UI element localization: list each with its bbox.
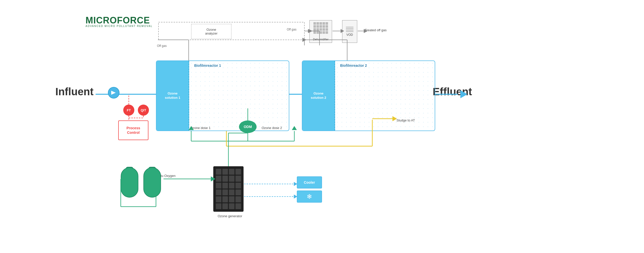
ozone-panel-2: Ozonesolution 2	[302, 61, 335, 131]
microbe-icon: ❄	[343, 74, 347, 80]
microbe-icon: ❄	[194, 94, 199, 100]
vod-box: VOD	[342, 20, 357, 43]
microbe-icon: ❄	[202, 111, 206, 118]
microbe-icon: ❄	[383, 115, 387, 122]
microbe-icon: ❄	[257, 110, 262, 117]
microbe-icon: ❄	[370, 100, 375, 107]
odm-label: ODM	[244, 125, 252, 129]
logo: MICROFORCE ADVANCED MICRO POLLUTANT REMO…	[86, 15, 153, 27]
vod-lines	[346, 27, 353, 32]
cooler-box-2: ❄	[297, 191, 322, 203]
microbe-icon: ❄	[363, 69, 367, 75]
qit-label: QIT	[141, 108, 146, 112]
ozone-generator-box	[213, 166, 244, 212]
microbe-icon: ❄	[214, 69, 219, 75]
offgas-label-left: Off gas	[157, 44, 167, 48]
generator-grid	[214, 167, 243, 211]
ozone-solution-1-label: Ozonesolution 1	[165, 91, 180, 100]
ozone-panel-1: Ozonesolution 1	[156, 61, 189, 131]
microbe-icon: ❄	[341, 94, 346, 100]
microbe-icon: ❄	[270, 81, 274, 88]
svg-marker-21	[302, 38, 306, 42]
dehumidifier-box: Dehumidifier	[309, 20, 332, 43]
reactor-box-1: Ozonesolution 1 Biofilmreactor 1 ❄ ❄ ❄ ❄…	[156, 60, 289, 131]
reactor-box-2: Ozonesolution 2 Biofilmreactor 2 ❄ ❄ ❄ ❄…	[302, 60, 435, 131]
microbe-icon: ❄	[394, 91, 399, 98]
cooler-box-1: Cooler	[297, 176, 322, 188]
biofilm-reactor-2-label: Biofilmreactor 2	[340, 64, 367, 68]
biofilm-reactor-1-label: Biofilmreactor 1	[194, 64, 221, 68]
ft-label: FT	[127, 108, 131, 112]
ozone-solution-2-label: Ozonesolution 2	[311, 91, 326, 100]
microbe-icon: ❄	[406, 111, 410, 118]
ozone-analyzer-box: Ozoneanalyzer	[191, 24, 231, 39]
cooler-label: Cooler	[304, 180, 315, 184]
dotted-bg-1	[189, 61, 289, 131]
process-control-label: ProcessControl	[127, 126, 140, 135]
ozone-generator-label: Ozone generator	[215, 214, 245, 218]
microbe-icon: ❄	[197, 74, 201, 80]
microbe-icon: ❄	[380, 79, 385, 85]
treated-offgas-label: Treated off gas	[365, 28, 387, 32]
influent-label: Influent	[55, 86, 94, 98]
microbe-icon: ❄	[247, 91, 252, 98]
ft-sensor: FT	[123, 105, 134, 116]
logo-text: MICROFORCE	[86, 15, 150, 25]
ozone-dose-1-label: Ozone dose 1	[190, 126, 211, 130]
ozone-analyzer-label: Ozoneanalyzer	[205, 28, 217, 35]
microbe-icon: ❄	[414, 103, 419, 109]
oxygen-tank-1	[121, 164, 138, 198]
diagram-container: MICROFORCE ADVANCED MICRO POLLUTANT REMO…	[0, 0, 644, 253]
microbe-icon: ❄	[234, 114, 239, 120]
process-control-box: ProcessControl	[118, 120, 148, 140]
microbe-icon: ❄	[222, 99, 226, 105]
svg-marker-32	[292, 126, 297, 130]
offgas-label-right: Off gas	[287, 28, 296, 31]
microbe-icon: ❄	[267, 101, 272, 108]
odm-box: ODM	[239, 120, 257, 133]
snowflake-icon: ❄	[307, 193, 312, 201]
ozone-dose-2-label: Ozone dose 2	[262, 126, 282, 130]
logo-tagline: ADVANCED MICRO POLLUTANT REMOVAL	[86, 25, 153, 27]
microbe-icon: ❄	[349, 113, 353, 119]
dehumidifier-label: Dehumidifier	[313, 38, 329, 41]
qit-sensor: QIT	[138, 105, 149, 116]
effluent-label: Effluent	[433, 86, 472, 98]
oxygen-tank-2	[143, 164, 161, 198]
vod-label: VOD	[346, 33, 353, 37]
microbe-icon: ❄	[252, 71, 257, 78]
microbe-icon: ❄	[232, 79, 236, 85]
svg-marker-4	[111, 91, 116, 95]
sludge-to-at-label: Sludge to AT	[396, 118, 415, 122]
microbe-icon: ❄	[417, 81, 421, 88]
microbe-icon: ❄	[400, 71, 405, 78]
svg-point-3	[108, 87, 119, 98]
svg-rect-5	[158, 22, 304, 40]
dehumidifier-grid	[313, 22, 328, 37]
